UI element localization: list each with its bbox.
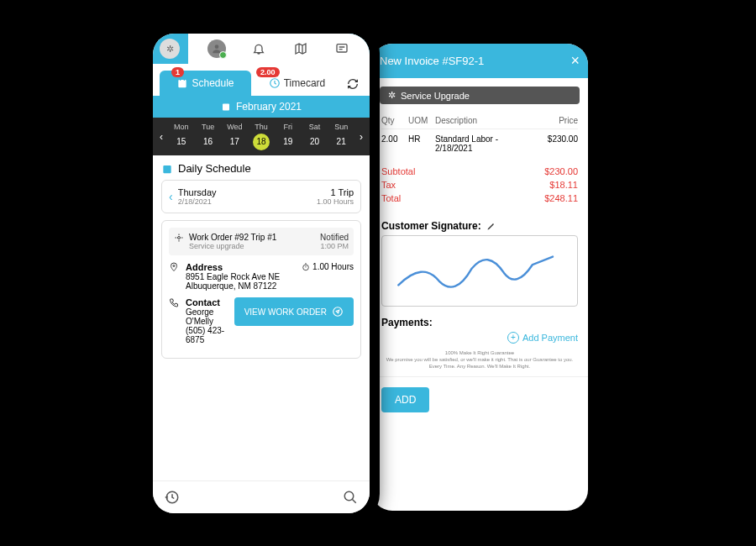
svg-rect-5 [163,165,171,172]
line-uom: HR [408,134,435,153]
work-order-card: Work Order #92 Trip #1 Service upgrade N… [161,220,361,359]
wrench-icon [174,233,184,243]
trip-count: 1 Trip [317,187,354,197]
daily-section: Daily Schedule ‹ Thursday 2/18/2021 1 Tr… [153,155,370,372]
pencil-icon[interactable] [486,221,496,231]
bell-icon[interactable] [250,40,267,57]
compass-icon [332,306,344,318]
tab-timecard-label: Timecard [284,77,326,89]
week-days: Mon15Tue16Wed17Thu18Fri19Sat20Sun21 [168,121,354,152]
history-icon[interactable] [165,490,180,505]
chat-icon[interactable] [333,40,350,57]
clock-icon [269,77,281,89]
totals: Subtotal$230.00 Tax$18.11 Total$248.11 [371,158,588,212]
address-line2: Albuquerque, NM 87122 [186,281,295,291]
guarantee-text: 100% Make It Right Guarantee We promise … [371,344,588,376]
calendar-small-icon [161,163,173,175]
bottom-bar [153,480,370,513]
pin-icon [169,262,179,272]
payments-label: Payments: [371,307,588,332]
add-payment-button[interactable]: + Add Payment [371,332,588,344]
day-15[interactable]: Mon15 [168,121,195,152]
schedule-icon [176,77,188,89]
calendar-icon [221,102,231,112]
chevron-left-icon[interactable]: ‹ [169,190,173,203]
gear-icon: ✲ [388,90,396,101]
user-icon [211,43,223,55]
line-price: $230.00 [532,134,578,153]
close-button[interactable]: × [570,52,580,70]
day-20[interactable]: Sat20 [302,121,328,152]
day-17[interactable]: Wed17 [221,121,248,152]
day-card-header: ‹ Thursday 2/18/2021 1 Trip 1.00 Hours [169,187,354,206]
day-card: ‹ Thursday 2/18/2021 1 Trip 1.00 Hours [161,180,361,213]
invoice-table: Qty UOM Description Price 2.00 HR Standa… [371,113,588,158]
svg-point-6 [178,237,181,239]
contact-label: Contact [186,297,228,307]
day-18[interactable]: Thu18 [248,121,275,152]
svg-point-10 [344,491,354,501]
svg-rect-2 [179,80,186,87]
day-name: Thursday [178,187,217,197]
svg-point-7 [173,265,175,267]
invoice-title: New Invoice #SF92-1 [380,55,484,67]
daily-title: Daily Schedule [161,162,361,175]
tab-schedule-label: Schedule [192,77,234,89]
month-bar[interactable]: February 2021 [153,96,370,118]
svg-rect-4 [223,104,229,111]
day-16[interactable]: Tue16 [195,121,222,152]
refresh-button[interactable] [343,77,363,96]
add-button[interactable]: ADD [381,387,429,412]
stopwatch-icon [302,263,310,271]
screen-right: New Invoice #SF92-1 × ✲ Service Upgrade … [371,44,588,511]
view-work-order-button[interactable]: VIEW WORK ORDER [234,297,354,326]
day-date: 2/18/2021 [178,197,217,206]
timecard-badge: 2.00 [256,67,280,77]
week-strip: ‹ Mon15Tue16Wed17Thu18Fri19Sat20Sun21 › [153,118,370,155]
table-row: 2.00 HR Standard Labor - 2/18/2021 $230.… [381,129,578,158]
svg-point-8 [303,265,309,270]
wo-title: Work Order #92 Trip #1 [189,233,276,242]
month-label: February 2021 [236,101,302,113]
signature-box[interactable] [381,235,578,307]
contact-phone: (505) 423-6875 [186,326,228,344]
signature-label: Customer Signature: [371,212,588,235]
table-header: Qty UOM Description Price [381,113,578,129]
svg-point-9 [333,307,343,317]
address-line1: 8951 Eagle Rock Ave NE [186,272,295,281]
day-19[interactable]: Fri19 [275,121,302,152]
trip-hours: 1.00 Hours [317,197,354,206]
week-next[interactable]: › [354,131,368,143]
plus-circle-icon: + [507,332,519,344]
phone-invoice: New Invoice #SF92-1 × ✲ Service Upgrade … [361,34,598,521]
address-label: Address [186,262,295,272]
wo-status: Notified [320,233,349,242]
contact-row: Contact George O'Melly (505) 423-6875 VI… [169,297,354,344]
phone-icon [169,297,179,307]
invoice-header: New Invoice #SF92-1 × [371,44,588,78]
svg-point-0 [214,45,218,49]
tab-timecard[interactable]: 2.00 Timecard [251,71,343,96]
week-prev[interactable]: ‹ [155,131,168,143]
wo-subtitle: Service upgrade [189,242,276,250]
top-bar: ✲ [153,34,370,64]
avatar[interactable] [207,39,226,58]
hours-badge: 1.00 Hours [302,262,354,271]
tab-bar: 1 Schedule 2.00 Timecard [153,64,370,96]
schedule-badge: 1 [171,67,184,77]
address-row: Address 8951 Eagle Rock Ave NE Albuquerq… [169,262,354,291]
svg-rect-1 [337,45,347,52]
service-tag: ✲ Service Upgrade [380,87,580,104]
topbar-icons [188,34,370,64]
search-icon[interactable] [343,490,358,505]
phone-schedule: ✲ 1 Schedule 2.00 Timecard [143,24,380,523]
line-desc: Standard Labor - 2/18/2021 [435,134,532,153]
line-qty: 2.00 [381,134,408,153]
work-order-row[interactable]: Work Order #92 Trip #1 Service upgrade N… [169,228,354,255]
contact-name: George O'Melly [186,307,228,326]
tab-schedule[interactable]: 1 Schedule [160,71,251,96]
map-icon[interactable] [292,40,309,57]
day-21[interactable]: Sun21 [328,121,354,152]
wo-time: 1:00 PM [320,242,349,250]
app-logo[interactable]: ✲ [160,39,180,59]
